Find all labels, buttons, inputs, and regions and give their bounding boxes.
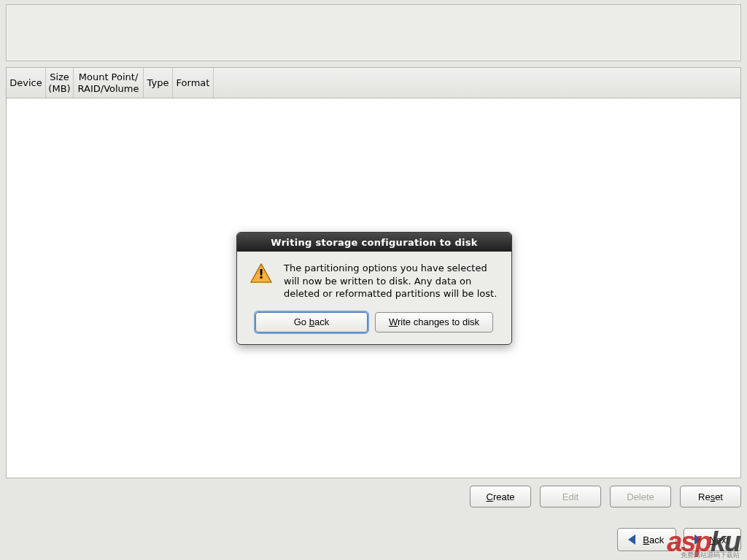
dialog-message: The partitioning options you have select… [284, 262, 500, 300]
warning-icon: ! [249, 262, 274, 300]
column-header-format[interactable]: Format [173, 68, 214, 98]
arrow-left-icon [625, 533, 638, 546]
partition-action-row: Create Edit Delete Reset [6, 484, 741, 509]
header-banner [6, 4, 741, 61]
write-storage-dialog: Writing storage configuration to disk ! … [236, 232, 512, 345]
go-back-button[interactable]: Go back [255, 312, 368, 332]
dialog-body: ! The partitioning options you have sele… [237, 252, 511, 305]
next-button[interactable]: Next [684, 528, 741, 551]
edit-button[interactable]: Edit [540, 486, 601, 508]
delete-button[interactable]: Delete [610, 486, 671, 508]
column-header-size[interactable]: Size (MB) [46, 68, 74, 98]
column-header-mount[interactable]: Mount Point/ RAID/Volume [74, 68, 144, 98]
svg-text:!: ! [258, 267, 264, 281]
create-button[interactable]: Create [470, 486, 531, 508]
reset-button[interactable]: Reset [680, 486, 741, 508]
write-changes-button[interactable]: Write changes to disk [375, 312, 493, 332]
wizard-nav-row: Back Next [6, 525, 741, 554]
column-header-type[interactable]: Type [144, 68, 173, 98]
dialog-button-row: Go back Write changes to disk [237, 305, 511, 344]
arrow-right-icon [692, 533, 705, 546]
dialog-title: Writing storage configuration to disk [237, 233, 511, 252]
column-header-device[interactable]: Device [7, 68, 46, 98]
partition-table-header: Device Size (MB) Mount Point/ RAID/Volum… [7, 68, 740, 98]
back-button[interactable]: Back [617, 528, 676, 551]
